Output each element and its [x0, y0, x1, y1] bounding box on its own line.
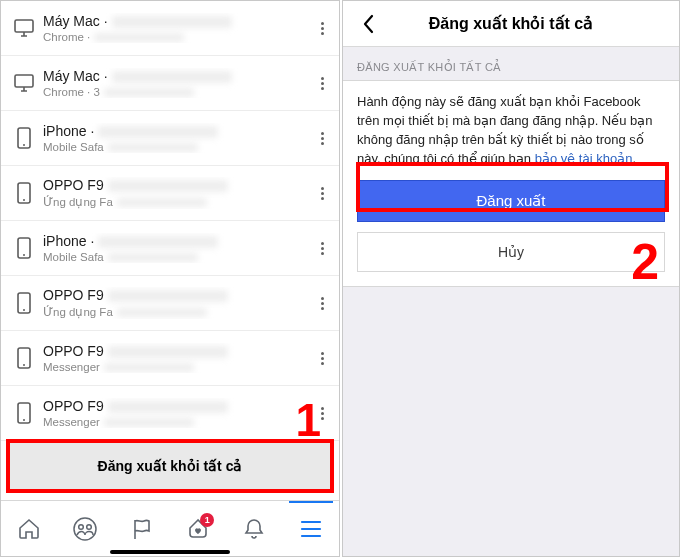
phone-icon: [11, 401, 37, 425]
desktop-icon: [11, 18, 37, 38]
svg-point-7: [23, 254, 25, 256]
confirm-card: Hành động này sẽ đăng xuất bạn khỏi Face…: [343, 80, 679, 287]
device-title: OPPO F9: [43, 343, 305, 359]
device-text: OPPO F9Messenger: [37, 398, 311, 428]
header: Đăng xuất khỏi tất cả: [343, 1, 679, 47]
device-text: Máy Mac ·Chrome · 3: [37, 68, 311, 98]
device-more-button[interactable]: [311, 72, 333, 94]
confirm-message: Hành động này sẽ đăng xuất bạn khỏi Face…: [357, 93, 665, 168]
svg-rect-1: [15, 75, 33, 87]
device-title: Máy Mac ·: [43, 68, 305, 84]
logout-confirm-pane: Đăng xuất khỏi tất cả ĐĂNG XUẤT KHỎI TẤT…: [342, 0, 680, 557]
device-row[interactable]: OPPO F9Messenger: [1, 386, 339, 441]
logout-all-label: Đăng xuất khỏi tất cả: [98, 458, 243, 474]
tab-pages[interactable]: [122, 509, 162, 549]
device-subtitle: Chrome ·: [43, 31, 305, 43]
device-text: iPhone ·Mobile Safa: [37, 123, 311, 153]
device-more-button[interactable]: [311, 292, 333, 314]
device-subtitle: Chrome · 3: [43, 86, 305, 98]
dating-badge: 1: [200, 513, 214, 527]
device-text: Máy Mac ·Chrome ·: [37, 13, 311, 43]
device-text: OPPO F9Ứng dụng Fa: [37, 177, 311, 209]
cancel-button[interactable]: Hủy: [357, 232, 665, 272]
device-more-button[interactable]: [311, 237, 333, 259]
device-subtitle: Mobile Safa: [43, 251, 305, 263]
logout-button[interactable]: Đăng xuất: [357, 180, 665, 222]
svg-point-13: [23, 419, 25, 421]
device-subtitle: Ứng dụng Fa: [43, 305, 305, 319]
device-text: iPhone ·Mobile Safa: [37, 233, 311, 263]
device-more-button[interactable]: [311, 347, 333, 369]
logout-all-button[interactable]: Đăng xuất khỏi tất cả: [9, 442, 331, 490]
phone-icon: [11, 126, 37, 150]
device-title: iPhone ·: [43, 123, 305, 139]
home-indicator: [110, 550, 230, 554]
svg-point-5: [23, 199, 25, 201]
device-text: OPPO F9Messenger: [37, 343, 311, 373]
device-title: OPPO F9: [43, 177, 305, 193]
tab-dating[interactable]: 1: [178, 509, 218, 549]
device-subtitle: Messenger: [43, 416, 305, 428]
device-subtitle: Messenger: [43, 361, 305, 373]
tab-notifications[interactable]: [234, 509, 274, 549]
svg-point-15: [79, 524, 84, 529]
device-title: OPPO F9: [43, 398, 305, 414]
flag-icon: [131, 517, 153, 541]
bell-icon: [243, 517, 265, 541]
device-row[interactable]: Máy Mac ·Chrome ·: [1, 1, 339, 56]
device-row[interactable]: OPPO F9Ứng dụng Fa: [1, 276, 339, 331]
device-row[interactable]: iPhone ·Mobile Safa: [1, 221, 339, 276]
chevron-left-icon: [362, 14, 376, 34]
cancel-button-label: Hủy: [498, 244, 524, 260]
phone-icon: [11, 291, 37, 315]
tab-groups[interactable]: [65, 509, 105, 549]
svg-point-11: [23, 364, 25, 366]
device-subtitle: Ứng dụng Fa: [43, 195, 305, 209]
svg-point-9: [23, 309, 25, 311]
device-sessions-pane: Máy Mac ·Chrome ·Máy Mac ·Chrome · 3iPho…: [0, 0, 340, 557]
bottom-tab-bar: 1: [1, 500, 339, 556]
device-more-button[interactable]: [311, 127, 333, 149]
device-title: Máy Mac ·: [43, 13, 305, 29]
device-row[interactable]: OPPO F9Messenger: [1, 331, 339, 386]
device-row[interactable]: iPhone ·Mobile Safa: [1, 111, 339, 166]
logout-button-label: Đăng xuất: [476, 192, 545, 210]
menu-icon: [299, 519, 323, 539]
svg-point-16: [87, 524, 92, 529]
groups-icon: [72, 516, 98, 542]
back-button[interactable]: [349, 1, 389, 46]
phone-icon: [11, 181, 37, 205]
svg-point-14: [74, 518, 96, 540]
device-row[interactable]: OPPO F9Ứng dụng Fa: [1, 166, 339, 221]
protect-account-link[interactable]: bảo vệ tài khoản: [535, 151, 633, 166]
device-title: OPPO F9: [43, 287, 305, 303]
header-title: Đăng xuất khỏi tất cả: [343, 14, 679, 33]
confirm-text-tail: .: [632, 151, 636, 166]
device-text: OPPO F9Ứng dụng Fa: [37, 287, 311, 319]
device-title: iPhone ·: [43, 233, 305, 249]
tab-home[interactable]: [9, 509, 49, 549]
device-more-button[interactable]: [311, 17, 333, 39]
phone-icon: [11, 236, 37, 260]
device-more-button[interactable]: [311, 182, 333, 204]
device-subtitle: Mobile Safa: [43, 141, 305, 153]
device-row[interactable]: Máy Mac ·Chrome · 3: [1, 56, 339, 111]
desktop-icon: [11, 73, 37, 93]
tab-menu[interactable]: [291, 509, 331, 549]
annotation-callout-2: 2: [631, 233, 659, 291]
annotation-callout-1: 1: [295, 393, 321, 447]
phone-icon: [11, 346, 37, 370]
svg-point-3: [23, 144, 25, 146]
active-tab-indicator: [289, 501, 333, 503]
device-list: Máy Mac ·Chrome ·Máy Mac ·Chrome · 3iPho…: [1, 1, 339, 442]
svg-rect-0: [15, 20, 33, 32]
section-label: ĐĂNG XUẤT KHỎI TẤT CẢ: [343, 47, 679, 80]
home-icon: [17, 517, 41, 541]
